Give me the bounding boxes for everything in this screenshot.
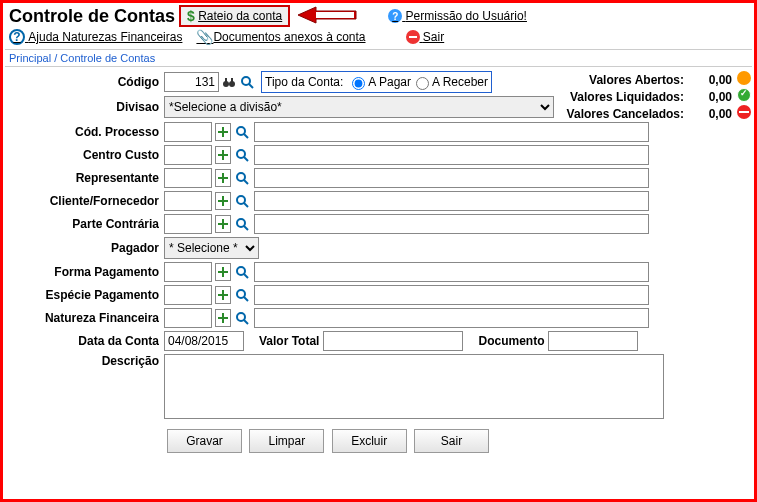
forma-label: Forma Pagamento (9, 265, 164, 279)
exit-icon (406, 30, 420, 44)
search-icon[interactable] (233, 263, 251, 281)
sair-label: Sair (423, 30, 444, 44)
add-button[interactable] (215, 215, 231, 233)
ajuda-label: Ajuda Naturezas Financeiras (28, 30, 182, 44)
pagador-label: Pagador (9, 241, 164, 255)
search-icon[interactable] (239, 74, 255, 90)
permissao-link[interactable]: ? Permissão do Usuário! (388, 9, 527, 23)
add-button[interactable] (215, 263, 231, 281)
svg-line-7 (249, 84, 253, 88)
valores-liquidados-label: Valores Liquidados: (554, 90, 684, 104)
data-conta-input[interactable] (164, 331, 244, 351)
codigo-label: Código (9, 75, 164, 89)
a-pagar-label: A Pagar (368, 75, 411, 89)
representante-label: Representante (9, 171, 164, 185)
add-button[interactable] (215, 192, 231, 210)
cliente-desc[interactable] (254, 191, 649, 211)
search-icon[interactable] (233, 169, 251, 187)
question-icon: ? (9, 29, 25, 45)
parte-input[interactable] (164, 214, 212, 234)
add-button[interactable] (215, 169, 231, 187)
search-icon[interactable] (233, 215, 251, 233)
valor-total-input[interactable] (323, 331, 463, 351)
centro-custo-label: Centro Custo (9, 148, 164, 162)
add-button[interactable] (215, 146, 231, 164)
search-icon[interactable] (233, 309, 251, 327)
svg-point-6 (242, 77, 250, 85)
representante-desc[interactable] (254, 168, 649, 188)
svg-point-14 (237, 150, 245, 158)
excluir-button[interactable]: Excluir (332, 429, 407, 453)
svg-point-26 (237, 219, 245, 227)
valores-abertos-label: Valores Abertos: (554, 73, 684, 87)
search-icon[interactable] (233, 286, 251, 304)
svg-rect-5 (231, 78, 233, 82)
svg-rect-4 (225, 78, 227, 82)
search-icon[interactable] (233, 146, 251, 164)
search-icon[interactable] (233, 192, 251, 210)
natureza-input[interactable] (164, 308, 212, 328)
documento-label: Documento (478, 334, 544, 348)
tipo-conta-box: Tipo da Conta: A Pagar A Receber (261, 71, 492, 93)
documento-input[interactable] (548, 331, 638, 351)
centro-custo-desc[interactable] (254, 145, 649, 165)
cod-processo-input[interactable] (164, 122, 212, 142)
data-conta-label: Data da Conta (9, 334, 164, 348)
sair-link[interactable]: Sair (406, 30, 445, 44)
svg-point-18 (237, 173, 245, 181)
svg-line-27 (244, 226, 248, 230)
svg-point-22 (237, 196, 245, 204)
forma-input[interactable] (164, 262, 212, 282)
svg-line-39 (244, 320, 248, 324)
centro-custo-input[interactable] (164, 145, 212, 165)
radio-a-pagar[interactable] (352, 77, 365, 90)
natureza-desc[interactable] (254, 308, 649, 328)
page-title: Controle de Contas (5, 6, 179, 27)
svg-point-30 (237, 267, 245, 275)
especie-desc[interactable] (254, 285, 649, 305)
limpar-button[interactable]: Limpar (249, 429, 324, 453)
svg-line-23 (244, 203, 248, 207)
cliente-label: Cliente/Fornecedor (9, 194, 164, 208)
representante-input[interactable] (164, 168, 212, 188)
add-button[interactable] (215, 123, 231, 141)
valores-liquidados-value: 0,00 (692, 90, 732, 104)
radio-a-receber[interactable] (416, 77, 429, 90)
svg-line-19 (244, 180, 248, 184)
svg-line-35 (244, 297, 248, 301)
arrow-icon (298, 5, 358, 28)
cliente-input[interactable] (164, 191, 212, 211)
search-icon[interactable] (233, 123, 251, 141)
rateio-box: $ Rateio da conta (179, 5, 290, 27)
sair-button[interactable]: Sair (414, 429, 489, 453)
warning-icon (737, 71, 751, 85)
docs-label: Documentos anexos à conta (213, 30, 365, 44)
forma-desc[interactable] (254, 262, 649, 282)
ajuda-link[interactable]: ? Ajuda Naturezas Financeiras (9, 29, 182, 45)
svg-line-31 (244, 274, 248, 278)
docs-link[interactable]: 📎 Documentos anexos à conta (196, 29, 365, 45)
svg-line-15 (244, 157, 248, 161)
add-button[interactable] (215, 309, 231, 327)
valor-total-label: Valor Total (259, 334, 319, 348)
descricao-textarea[interactable] (164, 354, 664, 419)
rateio-link[interactable]: Rateio da conta (198, 9, 282, 23)
cod-processo-desc[interactable] (254, 122, 649, 142)
parte-desc[interactable] (254, 214, 649, 234)
binocular-icon[interactable] (221, 74, 237, 90)
add-button[interactable] (215, 286, 231, 304)
svg-point-10 (237, 127, 245, 135)
gravar-button[interactable]: Gravar (167, 429, 242, 453)
permissao-label: Permissão do Usuário! (406, 9, 527, 23)
check-icon (737, 88, 751, 102)
svg-point-34 (237, 290, 245, 298)
tipo-label: Tipo da Conta: (265, 75, 343, 89)
pagador-select[interactable]: * Selecione * (164, 237, 259, 259)
divisao-label: Divisao (9, 100, 164, 114)
divisao-select[interactable]: *Selecione a divisão* (164, 96, 554, 118)
cancel-icon (737, 105, 751, 119)
especie-input[interactable] (164, 285, 212, 305)
codigo-input[interactable] (164, 72, 219, 92)
clip-icon: 📎 (196, 29, 213, 45)
breadcrumb[interactable]: Principal / Controle de Contas (5, 49, 752, 67)
